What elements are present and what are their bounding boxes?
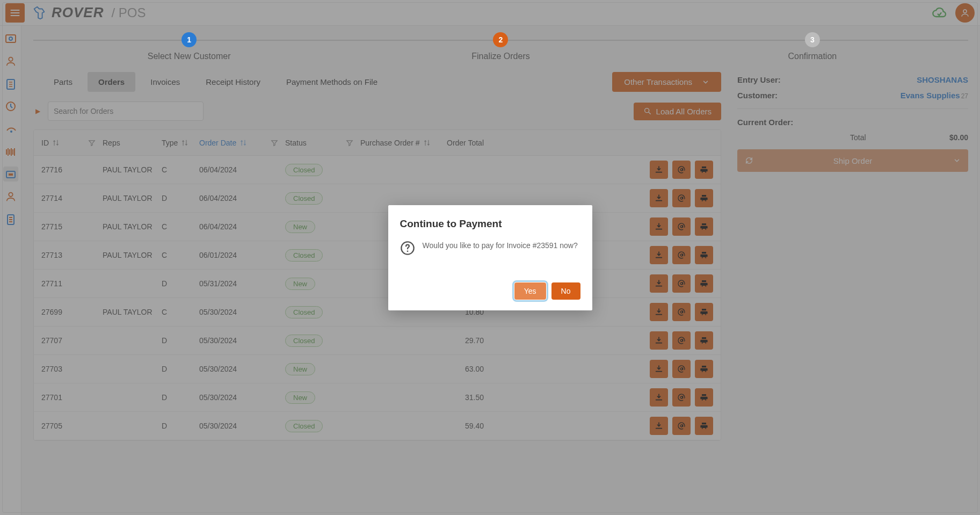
continue-to-payment-modal: Continue to Payment Would you like to pa… bbox=[388, 205, 592, 310]
modal-title: Continue to Payment bbox=[400, 218, 580, 230]
stepper: 1 Select New Customer 2 Finalize Orders … bbox=[33, 32, 968, 61]
no-button[interactable]: No bbox=[551, 282, 580, 300]
step-1[interactable]: 1 Select New Customer bbox=[33, 32, 345, 61]
step-1-label: Select New Customer bbox=[148, 52, 231, 61]
step-3-label: Confirmation bbox=[788, 52, 837, 61]
modal-message: Would you like to pay for Invoice #23591… bbox=[423, 241, 578, 251]
step-1-circle: 1 bbox=[182, 32, 197, 47]
step-2-label: Finalize Orders bbox=[471, 52, 529, 61]
question-icon bbox=[400, 241, 415, 256]
step-2[interactable]: 2 Finalize Orders bbox=[345, 32, 656, 61]
step-3-circle: 3 bbox=[805, 32, 820, 47]
yes-button[interactable]: Yes bbox=[514, 282, 546, 300]
step-3[interactable]: 3 Confirmation bbox=[657, 32, 968, 61]
step-2-circle: 2 bbox=[493, 32, 508, 47]
